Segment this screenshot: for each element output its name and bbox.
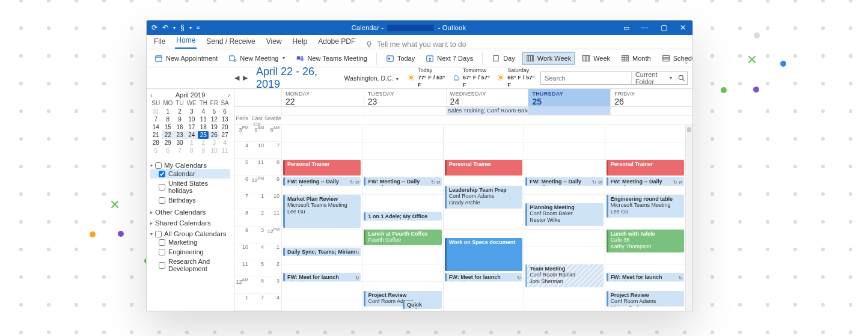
calendar-event[interactable]: Quick update on bbox=[403, 301, 442, 309]
mini-day-cell[interactable]: 20 bbox=[219, 123, 230, 131]
day-header[interactable]: THURSDAY25 bbox=[528, 89, 610, 106]
calendar-item[interactable]: Engineering bbox=[150, 247, 230, 257]
mini-day-cell[interactable]: 21 bbox=[150, 131, 162, 139]
time-slot[interactable] bbox=[444, 125, 524, 142]
calendar-item[interactable]: Birthdays bbox=[150, 195, 230, 205]
calendar-event[interactable]: FW: Meeting -- Daily Standup; Co↻ ⇄ bbox=[283, 177, 361, 186]
time-slot[interactable] bbox=[362, 160, 442, 177]
calendar-event[interactable]: Personal Trainer bbox=[445, 160, 522, 176]
new-meeting-button[interactable]: New Meeting ▾ bbox=[224, 52, 289, 65]
mini-day-cell[interactable]: 14 bbox=[150, 123, 162, 131]
tab-view[interactable]: View bbox=[265, 35, 283, 49]
mini-day-cell[interactable]: 6 bbox=[162, 147, 175, 154]
time-slot[interactable] bbox=[362, 195, 442, 212]
time-slot[interactable] bbox=[444, 212, 524, 230]
search-input[interactable] bbox=[541, 75, 631, 82]
calendar-item[interactable]: Calendar bbox=[150, 169, 230, 179]
time-slot[interactable] bbox=[605, 125, 685, 142]
mini-day-cell[interactable]: 8 bbox=[162, 115, 175, 123]
calendar-event[interactable]: Market Plan ReviewMicrosoft Teams Meetin… bbox=[283, 195, 361, 228]
maximize-button[interactable]: ▢ bbox=[654, 20, 673, 35]
mini-day-cell[interactable]: 23 bbox=[174, 131, 185, 139]
attach-icon[interactable]: § bbox=[180, 23, 185, 32]
mini-next-month[interactable]: › bbox=[228, 91, 230, 99]
mini-day-cell[interactable]: 26 bbox=[209, 131, 219, 139]
tell-me-search[interactable]: Tell me what you want to do bbox=[365, 40, 466, 49]
group-checkbox[interactable] bbox=[155, 162, 162, 169]
mini-day-cell[interactable]: 9 bbox=[174, 115, 185, 123]
time-slot[interactable] bbox=[362, 125, 442, 142]
mini-day-cell[interactable]: 25 bbox=[198, 131, 209, 139]
mini-day-cell[interactable]: 29 bbox=[162, 139, 175, 147]
next-7-days-button[interactable]: 7 Next 7 Days bbox=[421, 52, 477, 65]
calendar-event[interactable]: Team MeetingConf Room RainierJoni Sherma… bbox=[525, 264, 603, 287]
collapse-ribbon-icon[interactable]: ⌄ bbox=[683, 58, 689, 66]
calendar-event[interactable]: Project ReviewConf Room AdamsMiriam Grah… bbox=[607, 291, 684, 307]
mini-day-cell[interactable]: 30 bbox=[174, 139, 185, 147]
calendar-event[interactable]: FW: Meeting -- Daily Standup; Co↻ ⇄ bbox=[525, 177, 603, 186]
mini-day-cell[interactable]: 6 bbox=[219, 108, 230, 115]
time-slot[interactable] bbox=[444, 142, 524, 160]
mini-day-cell[interactable]: 7 bbox=[150, 115, 162, 123]
calendar-event[interactable]: Engineering round tableMicrosoft Teams M… bbox=[607, 195, 684, 218]
mini-day-cell[interactable]: 15 bbox=[162, 123, 175, 131]
calendar-event[interactable]: Personal Trainer bbox=[283, 160, 361, 176]
calendar-item[interactable]: Research And Development bbox=[150, 257, 230, 273]
prev-period-button[interactable]: ◀ bbox=[234, 74, 239, 82]
search-submit-button[interactable] bbox=[676, 72, 687, 84]
mini-day-cell[interactable]: 4 bbox=[219, 139, 230, 147]
mini-day-cell[interactable]: 5 bbox=[150, 147, 162, 154]
calendar-event[interactable]: Personal Trainer bbox=[607, 160, 684, 176]
tab-send-receive[interactable]: Send / Receive bbox=[205, 35, 256, 49]
week-view-button[interactable]: Week bbox=[578, 52, 614, 65]
close-button[interactable]: ✕ bbox=[673, 20, 692, 35]
today-button[interactable]: Today bbox=[382, 52, 419, 65]
calendar-group-header[interactable]: ▾My Calendars bbox=[150, 162, 230, 169]
mini-day-cell[interactable]: 18 bbox=[198, 123, 209, 131]
time-slot[interactable] bbox=[524, 142, 604, 160]
mini-day-cell[interactable]: 1 bbox=[162, 108, 175, 115]
undo-icon[interactable]: ↶ bbox=[162, 23, 168, 32]
day-column[interactable]: Personal TrainerFW: Meeting -- Daily Sta… bbox=[605, 125, 685, 311]
minimize-button[interactable]: — bbox=[635, 20, 654, 35]
calendar-event[interactable]: Planning MeetingConf Room BakerNestor Wi… bbox=[525, 203, 603, 226]
allday-cell[interactable] bbox=[528, 107, 610, 115]
day-header[interactable]: WEDNESDAY24 bbox=[446, 89, 528, 106]
time-slot[interactable] bbox=[282, 282, 362, 299]
mini-day-cell[interactable]: 11 bbox=[219, 147, 230, 154]
mini-prev-month[interactable]: ‹ bbox=[150, 91, 153, 99]
allday-cell[interactable] bbox=[610, 107, 692, 115]
calendar-checkbox[interactable] bbox=[159, 197, 165, 204]
tab-home[interactable]: Home bbox=[175, 34, 197, 49]
calendar-event[interactable]: Daily Sync; Teams; Miriam Graham↻ bbox=[283, 248, 361, 256]
calendar-event[interactable]: FW: Meet for launch planning ; M↻ bbox=[607, 273, 684, 281]
calendar-item[interactable]: United States holidays bbox=[150, 179, 230, 195]
time-slot[interactable] bbox=[444, 282, 524, 299]
mini-day-cell[interactable]: 16 bbox=[174, 123, 185, 131]
mini-day-cell[interactable]: 19 bbox=[209, 123, 219, 131]
day-header[interactable]: MONDAY22 bbox=[281, 89, 364, 106]
calendar-event[interactable]: FW: Meeting -- Daily Standup; Co↻ ⇄ bbox=[364, 177, 441, 186]
calendar-checkbox[interactable] bbox=[159, 262, 165, 269]
time-slot[interactable] bbox=[362, 264, 442, 282]
ribbon-display-options-icon[interactable]: ▭ bbox=[618, 24, 635, 32]
time-slot[interactable] bbox=[524, 160, 604, 177]
calendar-event[interactable]: Lunch at Fourth CoffeeFourth Coffee bbox=[364, 230, 441, 245]
mini-day-cell[interactable]: 27 bbox=[219, 131, 230, 139]
mini-day-cell[interactable]: 13 bbox=[219, 115, 230, 123]
time-slot[interactable] bbox=[362, 142, 442, 160]
calendar-event[interactable]: Leadership Team PrepConf Room AdamsGrady… bbox=[445, 186, 522, 209]
calendar-event[interactable]: FW: Meeting -- Daily Standup; Co↻ ⇄ bbox=[607, 177, 684, 186]
allday-cell[interactable]: Sales Training; Conf Room Baker; K… bbox=[446, 107, 528, 115]
mini-day-cell[interactable]: 4 bbox=[198, 108, 209, 115]
tab-file[interactable]: File bbox=[153, 35, 167, 49]
calendar-event[interactable]: Work on Specs document bbox=[445, 238, 522, 271]
calendar-checkbox[interactable] bbox=[159, 239, 165, 246]
calendar-event[interactable]: FW: Meet for launch planning ; M↻ bbox=[445, 273, 522, 281]
work-week-view-button[interactable]: Work Week bbox=[522, 52, 575, 65]
weather-city[interactable]: Washington, D.C. ▾ bbox=[344, 75, 399, 82]
vertical-scrollbar[interactable] bbox=[685, 125, 692, 311]
calendar-group-header[interactable]: ▸Shared Calendars bbox=[150, 219, 230, 227]
calendar-event[interactable]: 1 on 1 Adele; My Office bbox=[364, 212, 441, 221]
time-slot[interactable] bbox=[605, 142, 685, 160]
